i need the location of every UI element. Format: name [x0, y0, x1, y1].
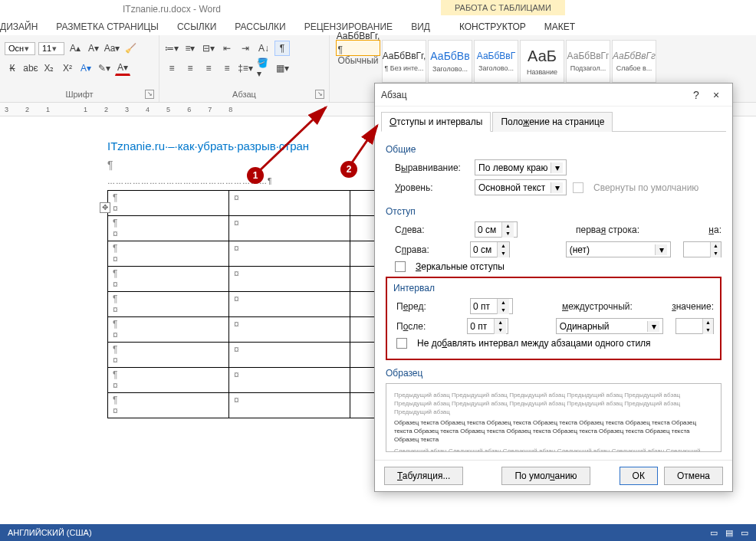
section-indent: Отступ	[386, 206, 721, 217]
annotation-badge-2: 2	[340, 161, 357, 178]
style-subtitle[interactable]: АаБбВвГгПодзагол...	[566, 40, 610, 83]
view-web-icon[interactable]: ▭	[741, 528, 748, 538]
decrease-indent-icon[interactable]: ⇤	[219, 41, 235, 56]
tab-references[interactable]: ССЫЛКИ	[177, 21, 216, 32]
mirror-indents-checkbox[interactable]	[395, 261, 406, 272]
collapse-default-checkbox	[573, 182, 583, 193]
indent-right-label: Справа:	[395, 244, 464, 255]
linespacing-value-spinner[interactable]: ▲▼	[675, 318, 714, 334]
titlebar: ITznanie.ru.docx - Word РАБОТА С ТАБЛИЦА…	[0, 0, 756, 18]
ok-button[interactable]: ОК	[620, 467, 658, 485]
style-heading2[interactable]: АаБбВвГЗаголово...	[474, 40, 518, 83]
style-heading1[interactable]: АаБбВвЗаголово...	[428, 40, 472, 83]
close-button[interactable]: ×	[706, 89, 726, 101]
borders-icon[interactable]: ▦▾	[274, 61, 290, 76]
line-spacing-icon[interactable]: ‡≡▾	[238, 61, 253, 76]
window-title: ITznanie.ru.docx - Word	[123, 4, 221, 15]
tab-tabletools-layout[interactable]: МАКЕТ	[544, 21, 575, 32]
highlight-icon[interactable]: ✎▾	[97, 61, 112, 76]
align-left-icon[interactable]: ≡	[164, 61, 179, 76]
font-launcher-icon[interactable]: ↘	[145, 90, 154, 99]
section-interval: Интервал	[393, 283, 714, 293]
shrink-font-icon[interactable]: A▾	[86, 41, 101, 56]
tab-mailings[interactable]: РАССЫЛКИ	[235, 21, 285, 32]
font-size-combo[interactable]: 11▾	[38, 42, 64, 55]
styles-gallery[interactable]: АаБбВвГг,¶ Обычный АаБбВвГг,¶ Без инте..…	[334, 38, 751, 84]
font-name-combo[interactable]: Осн▾	[5, 42, 35, 55]
text-effects-icon[interactable]: A▾	[78, 61, 94, 76]
on-spinner[interactable]: ▲▼	[683, 241, 721, 257]
shading-icon[interactable]: 🪣▾	[256, 61, 271, 76]
align-right-icon[interactable]: ≡	[201, 61, 216, 76]
table-cell[interactable]: ¤	[229, 191, 350, 216]
cancel-button[interactable]: Отмена	[664, 467, 723, 485]
tab-design[interactable]: ДИЗАЙН	[0, 21, 38, 32]
paragraph-launcher-icon[interactable]: ↘	[315, 90, 324, 99]
annotation-badge-1: 1	[247, 167, 264, 184]
indent-right-spinner[interactable]: ▲▼	[470, 241, 511, 257]
preview-box: Предыдущий абзац Предыдущий абзац Предыд…	[386, 383, 721, 452]
indent-left-spinner[interactable]: ▲▼	[475, 221, 518, 238]
style-nospacing[interactable]: АаБбВвГг,¶ Без инте...	[382, 40, 426, 83]
increase-indent-icon[interactable]: ⇥	[238, 41, 253, 56]
section-sample: Образец	[386, 368, 721, 379]
style-normal[interactable]: АаБбВвГг,¶ Обычный	[336, 40, 380, 56]
show-hide-icon[interactable]: ¶	[274, 41, 290, 56]
default-button[interactable]: По умолчанию	[501, 467, 590, 485]
sort-icon[interactable]: A↓	[256, 41, 271, 56]
style-subtle[interactable]: АаБбВвГгСлабое в...	[612, 40, 656, 83]
firstline-combo[interactable]: (нет)▾	[566, 241, 671, 257]
clear-formatting-icon[interactable]: 🧹	[123, 41, 138, 56]
view-print-icon[interactable]: ▤	[725, 528, 733, 538]
tab-tabletools-design[interactable]: КОНСТРУКТОР	[459, 21, 526, 32]
tab-view[interactable]: ВИД	[411, 21, 430, 32]
align-label: Выравнивание:	[395, 162, 468, 173]
linespacing-combo[interactable]: Одинарный▾	[556, 318, 663, 334]
indent-left-label: Слева:	[395, 225, 468, 235]
after-label: После:	[396, 321, 461, 332]
font-group-label: Шрифт↘	[5, 90, 154, 100]
help-button[interactable]: ?	[686, 89, 706, 101]
before-spinner[interactable]: ▲▼	[470, 298, 513, 314]
multilevel-icon[interactable]: ⊟▾	[201, 41, 216, 56]
table-tools-tab: РАБОТА С ТАБЛИЦАМИ	[441, 0, 565, 15]
strikethrough-icon[interactable]: К	[5, 61, 20, 76]
tab-line-pagebreaks[interactable]: Положение на странице	[492, 112, 613, 132]
section-general: Общие	[386, 144, 721, 155]
change-case-icon[interactable]: Aa▾	[104, 41, 120, 56]
bullets-icon[interactable]: ≔▾	[164, 41, 179, 56]
subscript-icon[interactable]: X₂	[41, 61, 57, 76]
collapse-default-label: Свернуты по умолчанию	[593, 182, 698, 193]
justify-icon[interactable]: ≡	[219, 61, 235, 76]
numbering-icon[interactable]: ≡▾	[182, 41, 198, 56]
no-add-space-label: Не добавлять интервал между абзацами одн…	[417, 338, 651, 349]
dialog-titlebar[interactable]: Абзац ? ×	[375, 84, 732, 107]
superscript-icon[interactable]: X²	[60, 61, 75, 76]
statusbar: АНГЛИЙСКИЙ (США) ▭ ▤ ▭	[0, 524, 756, 541]
level-combo[interactable]: Основной текст▾	[475, 179, 567, 195]
firstline-label: первая строка:	[576, 225, 668, 235]
paragraph-group: ≔▾ ≡▾ ⊟▾ ⇤ ⇥ A↓ ¶ ≡ ≡ ≡ ≡ ‡≡▾ 🪣▾ ▦▾ Абза…	[159, 35, 330, 102]
align-combo[interactable]: По левому краю▾	[475, 159, 567, 175]
value-label: значение:	[672, 301, 714, 312]
level-label: Уровень:	[395, 182, 468, 193]
on-label: на:	[708, 225, 721, 235]
paragraph-group-label: Абзац↘	[164, 90, 324, 100]
status-language[interactable]: АНГЛИЙСКИЙ (США)	[8, 528, 92, 537]
tab-indents-spacing[interactable]: Отступы и интервалы	[381, 112, 491, 132]
paragraph-dialog: Абзац ? × Отступы и интервалы Положение …	[374, 83, 733, 492]
no-add-space-checkbox[interactable]	[396, 338, 407, 349]
tab-pagelayout[interactable]: РАЗМЕТКА СТРАНИЦЫ	[56, 21, 159, 32]
style-title[interactable]: АаБНазвание	[520, 40, 564, 83]
table-cell[interactable]: ¶¤	[108, 191, 229, 216]
linespacing-label: междустрочный:	[562, 301, 648, 312]
view-read-icon[interactable]: ▭	[710, 528, 718, 538]
font-color-icon[interactable]: A▾	[115, 61, 130, 76]
tabulation-button[interactable]: Табуляция...	[384, 467, 463, 485]
strikethrough2-icon[interactable]: abє	[23, 61, 38, 76]
table-move-handle[interactable]: ✥	[100, 202, 110, 213]
grow-font-icon[interactable]: A▴	[67, 41, 83, 56]
align-center-icon[interactable]: ≡	[182, 61, 198, 76]
after-spinner[interactable]: ▲▼	[467, 318, 508, 334]
font-group: Осн▾ 11▾ A▴ A▾ Aa▾ 🧹 К abє X₂ X² A▾ ✎▾ A…	[0, 35, 159, 102]
